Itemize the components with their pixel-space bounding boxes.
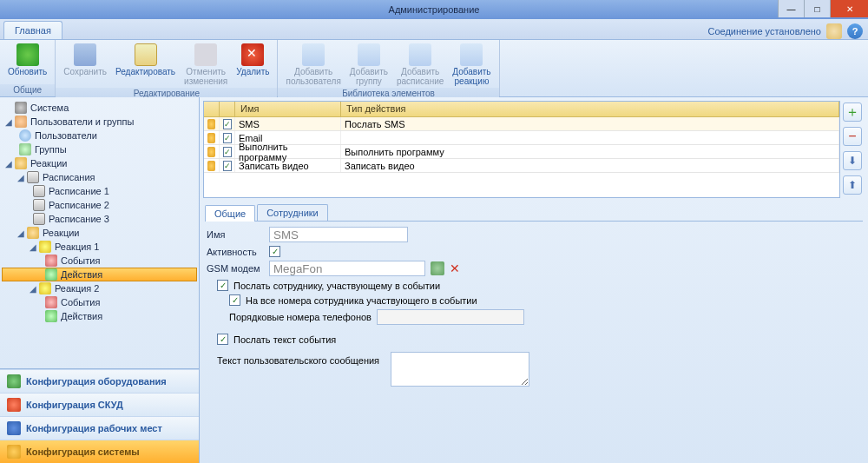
add-user-button[interactable]: Добавить пользователя: [281, 42, 345, 88]
sys-icon: [7, 445, 21, 459]
actions-grid: Имя Тип действия ✓ SMS Послать SMS ✓ Ema…: [203, 101, 840, 198]
modem-pick-icon[interactable]: [431, 261, 444, 275]
titlebar: Администрирование — □ ✕: [0, 0, 868, 19]
tree-events1[interactable]: События: [2, 254, 197, 268]
user-msg-input[interactable]: [391, 352, 529, 387]
col-icon[interactable]: [204, 102, 220, 116]
hw-icon: [7, 374, 21, 388]
add-row-button[interactable]: ＋: [843, 103, 862, 122]
maximize-button[interactable]: □: [804, 0, 830, 17]
col-type[interactable]: Тип действия: [341, 102, 839, 116]
table-row[interactable]: ✓ SMS Послать SMS: [204, 117, 839, 131]
tree-groups[interactable]: Группы: [2, 142, 197, 156]
add-group-button[interactable]: Добавить группу: [345, 42, 392, 88]
all-numbers-checkbox[interactable]: ✓: [229, 294, 240, 306]
send-text-label: Послать текст события: [233, 334, 336, 345]
row-checkbox[interactable]: ✓: [223, 147, 232, 157]
tree-actions1[interactable]: Действия: [2, 268, 197, 281]
name-label: Имя: [207, 229, 269, 240]
help-icon[interactable]: ?: [847, 23, 863, 39]
col-check[interactable]: [220, 102, 235, 116]
tree-react1[interactable]: ◢Реакция 1: [2, 240, 197, 254]
row-icon: [207, 133, 215, 143]
action-icon: [45, 268, 57, 281]
save-button[interactable]: Сохранить: [59, 42, 111, 88]
sidebar-item-skud[interactable]: Конфигурация СКУД: [0, 393, 199, 416]
bolt-icon: [39, 241, 51, 253]
add-reaction-button[interactable]: Добавить реакцию: [448, 42, 495, 88]
add-schedule-button[interactable]: Добавить расписание: [392, 42, 448, 88]
refresh-button[interactable]: Обновить: [3, 42, 51, 84]
tree: Система ◢Пользователи и группы Пользоват…: [0, 97, 199, 368]
tree-reactions[interactable]: ◢Реакции: [2, 156, 197, 170]
schedule-icon: [33, 213, 45, 225]
users-icon: [15, 116, 27, 128]
delete-button[interactable]: Удалить: [232, 42, 273, 88]
move-up-button[interactable]: ⬆: [843, 175, 862, 195]
add-group-icon: [358, 43, 380, 66]
tab-staff[interactable]: Сотрудники: [257, 204, 328, 221]
tree-system[interactable]: Система: [2, 101, 197, 115]
add-user-icon: [302, 43, 325, 66]
tree-users-groups[interactable]: ◢Пользователи и группы: [2, 115, 197, 129]
save-icon: [74, 43, 96, 66]
all-numbers-label: На все номера сотрудника участвующего в …: [246, 295, 477, 306]
close-button[interactable]: ✕: [830, 0, 868, 17]
modem-clear-icon[interactable]: ✕: [450, 261, 460, 275]
ord-numbers-input[interactable]: [377, 309, 524, 325]
undo-button[interactable]: Отменить изменения: [180, 42, 232, 88]
send-participant-checkbox[interactable]: ✓: [217, 280, 228, 291]
move-down-button[interactable]: ⬇: [843, 151, 862, 170]
event-icon: [45, 296, 57, 308]
connection-icon: [826, 23, 842, 39]
table-row[interactable]: ✓ Записать видео Записать видео: [204, 159, 839, 173]
tree-sched3[interactable]: Расписание 3: [2, 212, 197, 226]
add-schedule-icon: [409, 43, 431, 66]
tree-sched2[interactable]: Расписание 2: [2, 198, 197, 212]
sidebar-item-hw[interactable]: Конфигурация оборудования: [0, 369, 199, 393]
add-reaction-icon: [460, 43, 483, 66]
tree-reactions2[interactable]: ◢Реакции: [2, 226, 197, 240]
tree-schedules[interactable]: ◢Расписания: [2, 170, 197, 184]
user-msg-label: Текст пользовательского сообщения: [217, 352, 391, 366]
row-checkbox[interactable]: ✓: [223, 119, 232, 129]
modem-input[interactable]: [269, 261, 425, 276]
tab-main[interactable]: Главная: [3, 21, 62, 39]
sidebar: Система ◢Пользователи и группы Пользоват…: [0, 97, 200, 463]
minimize-button[interactable]: —: [778, 0, 804, 17]
bolt-icon: [39, 282, 51, 294]
wp-icon: [7, 421, 21, 435]
row-icon: [207, 147, 215, 157]
activity-label: Активность: [207, 247, 269, 257]
tree-sched1[interactable]: Расписание 1: [2, 184, 197, 198]
send-text-checkbox[interactable]: ✓: [217, 334, 228, 345]
schedule-icon: [33, 199, 45, 211]
ord-numbers-label: Порядковые номера телефонов: [229, 312, 372, 322]
remove-row-button[interactable]: −: [843, 127, 862, 146]
tree-react2[interactable]: ◢Реакция 2: [2, 281, 197, 295]
ribbon: Обновить Общие Сохранить Редактировать О…: [0, 40, 868, 97]
sidebar-item-system[interactable]: Конфигурация системы: [0, 440, 199, 463]
col-name[interactable]: Имя: [235, 102, 341, 116]
row-icon: [207, 119, 215, 129]
react-icon: [27, 227, 39, 239]
skud-icon: [7, 398, 21, 412]
user-icon: [19, 129, 31, 142]
name-input[interactable]: [269, 227, 408, 242]
tree-users[interactable]: Пользователи: [2, 129, 197, 142]
group-icon: [19, 143, 31, 155]
react-icon: [15, 157, 27, 169]
tree-actions2[interactable]: Действия: [2, 309, 197, 323]
edit-button[interactable]: Редактировать: [111, 42, 180, 88]
schedule-icon: [33, 185, 45, 197]
schedule-icon: [27, 171, 39, 183]
tab-general[interactable]: Общие: [205, 205, 255, 222]
row-checkbox[interactable]: ✓: [223, 133, 232, 143]
action-icon: [45, 310, 57, 322]
tree-events2[interactable]: События: [2, 295, 197, 309]
ribbon-group-general: Общие: [0, 84, 55, 96]
row-checkbox[interactable]: ✓: [223, 161, 232, 171]
table-row[interactable]: ✓ Выполнить программу Выполнить программ…: [204, 145, 839, 159]
activity-checkbox[interactable]: ✓: [269, 246, 280, 257]
sidebar-item-workplaces[interactable]: Конфигурация рабочих мест: [0, 416, 199, 440]
